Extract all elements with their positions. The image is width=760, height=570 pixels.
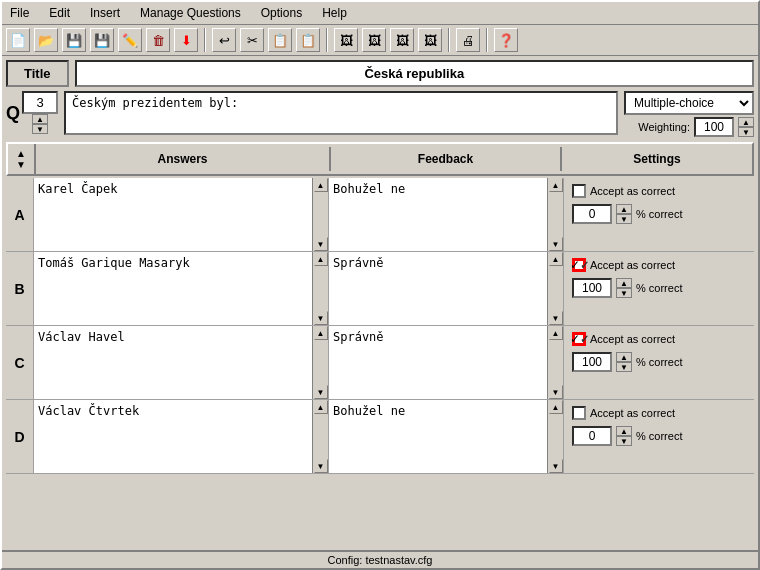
- percent-label-A: % correct: [636, 208, 682, 220]
- q-text-container: [64, 91, 618, 138]
- weight-down[interactable]: ▼: [738, 127, 754, 137]
- answer-textarea-D[interactable]: Václav Čtvrtek: [34, 400, 328, 473]
- answer-scroll-up-B[interactable]: ▲: [314, 252, 328, 266]
- accept-row-B: ✓ Accept as correct: [572, 258, 746, 272]
- accept-checkbox-B[interactable]: ✓: [572, 258, 586, 272]
- percent-up-D[interactable]: ▲: [616, 426, 632, 436]
- feedback-textarea-A[interactable]: Bohužel ne: [329, 178, 563, 251]
- q-number-input[interactable]: [22, 91, 58, 114]
- toolbar-edit[interactable]: ✏️: [118, 28, 142, 52]
- answer-letter-B: B: [6, 252, 34, 325]
- feedback-area-B: Správně ▲ ▼: [329, 252, 564, 325]
- q-number-down[interactable]: ▼: [32, 124, 48, 134]
- feedback-textarea-D[interactable]: Bohužel ne: [329, 400, 563, 473]
- toolbar-cut[interactable]: ✂: [240, 28, 264, 52]
- feedback-scroll-down-D[interactable]: ▼: [549, 459, 563, 473]
- percent-down-A[interactable]: ▼: [616, 214, 632, 224]
- percent-up-B[interactable]: ▲: [616, 278, 632, 288]
- feedback-area-C: Správně ▲ ▼: [329, 326, 564, 399]
- percent-label-D: % correct: [636, 430, 682, 442]
- percent-label-B: % correct: [636, 282, 682, 294]
- feedback-scroll-down-C[interactable]: ▼: [549, 385, 563, 399]
- answer-textarea-A[interactable]: Karel Čapek: [34, 178, 328, 251]
- accept-checkbox-A[interactable]: [572, 184, 586, 198]
- toolbar-down[interactable]: ⬇: [174, 28, 198, 52]
- toolbar-paste[interactable]: 📋: [296, 28, 320, 52]
- answer-scroll-down-D[interactable]: ▼: [314, 459, 328, 473]
- answer-letter-C: C: [6, 326, 34, 399]
- main-content: Title Q ▲ ▼ Multiple-choice: [2, 56, 758, 478]
- weight-up[interactable]: ▲: [738, 117, 754, 127]
- answer-letter-D: D: [6, 400, 34, 473]
- toolbar-undo[interactable]: ↩: [212, 28, 236, 52]
- percent-row-C: ▲ ▼ % correct: [572, 352, 746, 372]
- q-label-area: Q ▲ ▼: [6, 91, 58, 134]
- accept-row-C: ✓ Accept as correct: [572, 332, 746, 346]
- percent-input-D[interactable]: [572, 426, 612, 446]
- weighting-input[interactable]: [694, 117, 734, 137]
- feedback-area-D: Bohužel ne ▲ ▼: [329, 400, 564, 473]
- feedback-scroll-down-B[interactable]: ▼: [549, 311, 563, 325]
- toolbar: 📄 📂 💾 💾 ✏️ 🗑 ⬇ ↩ ✂ 📋 📋 🖼 🖼 🖼 🖼 🖨 ❓: [2, 25, 758, 56]
- answer-textarea-B[interactable]: Tomáš Garique Masaryk: [34, 252, 328, 325]
- answer-scrollbar-C: ▲ ▼: [312, 326, 328, 399]
- toolbar-img2[interactable]: 🖼: [362, 28, 386, 52]
- toolbar-img4[interactable]: 🖼: [418, 28, 442, 52]
- answer-textarea-C[interactable]: Václav Havel: [34, 326, 328, 399]
- percent-up-C[interactable]: ▲: [616, 352, 632, 362]
- menu-options[interactable]: Options: [257, 4, 306, 22]
- menu-manage-questions[interactable]: Manage Questions: [136, 4, 245, 22]
- q-type-select[interactable]: Multiple-choice: [624, 91, 754, 115]
- q-number-up[interactable]: ▲: [32, 114, 48, 124]
- answer-scroll-up-D[interactable]: ▲: [314, 400, 328, 414]
- toolbar-save2[interactable]: 💾: [90, 28, 114, 52]
- percent-input-B[interactable]: [572, 278, 612, 298]
- toolbar-open[interactable]: 📂: [34, 28, 58, 52]
- answer-letter-A: A: [6, 178, 34, 251]
- answer-scroll-down-B[interactable]: ▼: [314, 311, 328, 325]
- accept-checkbox-D[interactable]: [572, 406, 586, 420]
- answer-scroll-up-C[interactable]: ▲: [314, 326, 328, 340]
- feedback-scroll-up-C[interactable]: ▲: [549, 326, 563, 340]
- accept-checkbox-C[interactable]: ✓: [572, 332, 586, 346]
- toolbar-new[interactable]: 📄: [6, 28, 30, 52]
- answer-scroll-up-A[interactable]: ▲: [314, 178, 328, 192]
- weighting-label: Weighting:: [638, 121, 690, 133]
- toolbar-img3[interactable]: 🖼: [390, 28, 414, 52]
- toolbar-help[interactable]: ❓: [494, 28, 518, 52]
- percent-input-C[interactable]: [572, 352, 612, 372]
- toolbar-copy[interactable]: 📋: [268, 28, 292, 52]
- toolbar-img1[interactable]: 🖼: [334, 28, 358, 52]
- menu-insert[interactable]: Insert: [86, 4, 124, 22]
- percent-down-D[interactable]: ▼: [616, 436, 632, 446]
- toolbar-save[interactable]: 💾: [62, 28, 86, 52]
- feedback-textarea-C[interactable]: Správně: [329, 326, 563, 399]
- settings-area-A: Accept as correct ▲ ▼ % correct: [564, 178, 754, 251]
- title-label: Title: [6, 60, 69, 87]
- toolbar-delete[interactable]: 🗑: [146, 28, 170, 52]
- feedback-scroll-up-D[interactable]: ▲: [549, 400, 563, 414]
- feedback-scroll-up-A[interactable]: ▲: [549, 178, 563, 192]
- answer-row: C Václav Havel ▲ ▼ Správně ▲ ▼ ✓ Accept …: [6, 326, 754, 400]
- feedback-textarea-B[interactable]: Správně: [329, 252, 563, 325]
- menu-file[interactable]: File: [6, 4, 33, 22]
- menubar: File Edit Insert Manage Questions Option…: [2, 2, 758, 25]
- section-up-btn[interactable]: ▲▼: [8, 144, 36, 174]
- title-row: Title: [6, 60, 754, 87]
- answer-scroll-down-A[interactable]: ▼: [314, 237, 328, 251]
- title-input[interactable]: [75, 60, 755, 87]
- feedback-scroll-up-B[interactable]: ▲: [549, 252, 563, 266]
- answer-scroll-down-C[interactable]: ▼: [314, 385, 328, 399]
- q-text-input[interactable]: [64, 91, 618, 135]
- menu-help[interactable]: Help: [318, 4, 351, 22]
- percent-up-A[interactable]: ▲: [616, 204, 632, 214]
- percent-input-A[interactable]: [572, 204, 612, 224]
- toolbar-print[interactable]: 🖨: [456, 28, 480, 52]
- percent-down-B[interactable]: ▼: [616, 288, 632, 298]
- section-header-answers: Answers: [36, 147, 331, 171]
- menu-edit[interactable]: Edit: [45, 4, 74, 22]
- feedback-scroll-down-A[interactable]: ▼: [549, 237, 563, 251]
- question-row: Q ▲ ▼ Multiple-choice Weighting:: [6, 91, 754, 138]
- feedback-scrollbar-D: ▲ ▼: [547, 400, 563, 473]
- percent-down-C[interactable]: ▼: [616, 362, 632, 372]
